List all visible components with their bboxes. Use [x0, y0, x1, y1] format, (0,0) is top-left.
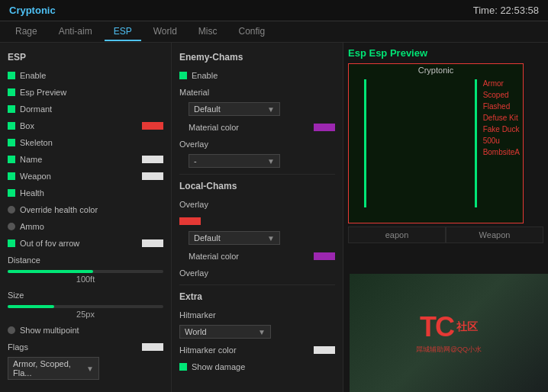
size-slider-container[interactable]: 25px — [0, 304, 171, 322]
overlay-dropdown-container[interactable]: - ▼ — [172, 153, 343, 171]
tab-misc[interactable]: Misc — [189, 23, 227, 41]
esp-label-flashed: Flashed — [483, 101, 520, 112]
esp-green-line-right — [475, 79, 477, 207]
fov-arrow-indicator — [8, 239, 15, 247]
divider-2 — [179, 284, 335, 285]
option-ammo[interactable]: Ammo — [0, 218, 171, 235]
esp-preview-box: Cryptonic Armor Scoped Flashed Defuse Ki… — [348, 63, 524, 223]
skeleton-indicator — [8, 139, 15, 146]
option-fov-arrow[interactable]: Out of fov arrow — [0, 235, 171, 252]
esp-preview-cryptonic-label: Cryptonic — [349, 64, 523, 76]
enemy-chams-enable[interactable]: Enable — [172, 67, 343, 84]
esp-label-500u: 500u — [483, 135, 520, 146]
distance-slider-fill — [8, 270, 93, 273]
local-overlay-label2-row: Overlay — [172, 265, 343, 281]
title-bar: Cryptonic Time: 22:53:58 — [0, 0, 548, 21]
hitmarker-dropdown[interactable]: World ▼ — [179, 325, 271, 339]
weapon-cell-2: Weapon — [446, 227, 543, 243]
show-damage-indicator — [179, 363, 187, 371]
enemy-chams-enable-indicator — [179, 72, 187, 79]
option-enable[interactable]: Enable — [0, 67, 171, 84]
local-material-chevron-icon: ▼ — [267, 234, 275, 243]
hitmarker-color-row[interactable]: Hitmarker color — [172, 342, 343, 358]
material-color-swatch[interactable] — [314, 124, 335, 131]
esp-label-bombsite: BombsiteA — [483, 146, 520, 158]
local-material-color-swatch[interactable] — [314, 252, 335, 260]
overlay-dropdown[interactable]: - ▼ — [189, 154, 280, 168]
flags-color-swatch[interactable] — [142, 343, 163, 351]
esp-label-fakeduck: Fake Duck — [483, 124, 520, 135]
flags-dropdown[interactable]: Armor, Scoped, Fla... ▼ — [8, 357, 99, 380]
watermark-area: TC 社区 屌城辅助网@QQ小水 — [350, 274, 548, 392]
overlay-label-row: Overlay — [172, 136, 343, 153]
app-name: Cryptonic — [9, 5, 56, 16]
show-damage-row[interactable]: Show damage — [172, 358, 343, 375]
divider-1 — [179, 174, 335, 175]
middle-panel: Enemy-Chams Enable Material Default ▼ Ma… — [172, 43, 343, 392]
esp-label-defuse: Defuse Kit — [483, 112, 520, 124]
size-slider-fill — [8, 305, 54, 308]
weapon-color-swatch[interactable] — [142, 172, 163, 180]
material-chevron-icon: ▼ — [267, 105, 275, 114]
tab-antiaim[interactable]: Anti-aim — [50, 23, 102, 41]
distance-slider-container[interactable]: 100ft — [0, 268, 171, 287]
local-overlay-label-row: Overlay — [172, 196, 343, 213]
material-color-row[interactable]: Material color — [172, 119, 343, 136]
local-material-color-row[interactable]: Material color — [172, 248, 343, 265]
watermark-sub: 屌城辅助网@QQ小水 — [416, 345, 482, 355]
distance-slider-value: 100ft — [8, 275, 163, 284]
enable-indicator — [8, 72, 15, 79]
tab-esp[interactable]: ESP — [105, 23, 141, 41]
esp-label-armor: Armor — [483, 78, 520, 89]
health-indicator — [8, 189, 15, 197]
local-material-dropdown-container[interactable]: Default ▼ — [172, 230, 343, 248]
override-health-indicator — [8, 206, 15, 214]
esp-section-title: ESP — [0, 49, 171, 66]
watermark-tc: TC — [420, 311, 453, 343]
box-color-swatch[interactable] — [142, 122, 163, 130]
weapon-row: eapon Weapon — [348, 227, 543, 243]
nav-tabs: Rage Anti-aim ESP World Misc Config — [0, 21, 548, 43]
weapon-cell-1: eapon — [348, 227, 446, 243]
name-color-swatch[interactable] — [142, 156, 163, 163]
material-dropdown[interactable]: Default ▼ — [189, 102, 280, 116]
option-distance-label: Distance — [0, 252, 171, 268]
hitmarker-color-swatch[interactable] — [314, 346, 335, 354]
local-material-dropdown[interactable]: Default ▼ — [189, 231, 280, 245]
option-esp-preview[interactable]: Esp Preview — [0, 84, 171, 101]
esp-right-labels: Armor Scoped Flashed Defuse Kit Fake Duc… — [483, 78, 520, 158]
time-display: Time: 22:53:58 — [473, 5, 539, 16]
material-dropdown-container[interactable]: Default ▼ — [172, 101, 343, 119]
extra-title: Extra — [172, 288, 343, 305]
enemy-chams-title: Enemy-Chams — [172, 49, 343, 66]
local-red-swatch-row[interactable] — [172, 213, 343, 230]
hitmarker-dropdown-container[interactable]: World ▼ — [172, 323, 343, 342]
option-weapon[interactable]: Weapon — [0, 168, 171, 185]
option-override-health[interactable]: Override health color — [0, 201, 171, 218]
option-dormant[interactable]: Dormant — [0, 101, 171, 117]
esp-label-scoped: Scoped — [483, 89, 520, 101]
flags-dropdown-container[interactable]: Armor, Scoped, Fla... ▼ — [0, 355, 171, 383]
esp-green-line-left — [364, 79, 366, 207]
right-panel: Esp Esp Preview Cryptonic Armor Scoped F… — [343, 43, 548, 392]
local-color-swatch-red[interactable] — [179, 217, 201, 225]
main-layout: ESP Enable Esp Preview Dormant Box Skele… — [0, 43, 548, 392]
option-name[interactable]: Name — [0, 151, 171, 168]
option-box[interactable]: Box — [0, 117, 171, 134]
fov-color-swatch[interactable] — [142, 239, 163, 247]
tab-world[interactable]: World — [144, 23, 186, 41]
chevron-down-icon: ▼ — [86, 365, 94, 373]
size-slider-track — [8, 305, 163, 308]
watermark-club: 社区 — [456, 320, 478, 334]
option-size-label: Size — [0, 287, 171, 304]
size-slider-value: 25px — [8, 310, 163, 319]
tab-rage[interactable]: Rage — [6, 23, 47, 41]
option-flags-label: Flags — [0, 339, 171, 355]
box-indicator — [8, 122, 15, 130]
multipoint-indicator — [8, 326, 15, 334]
option-show-multipoint[interactable]: Show multipoint — [0, 322, 171, 339]
option-health[interactable]: Health — [0, 185, 171, 201]
tab-config[interactable]: Config — [230, 23, 275, 41]
option-skeleton[interactable]: Skeleton — [0, 134, 171, 151]
hitmarker-label-row: Hitmarker — [172, 307, 343, 323]
